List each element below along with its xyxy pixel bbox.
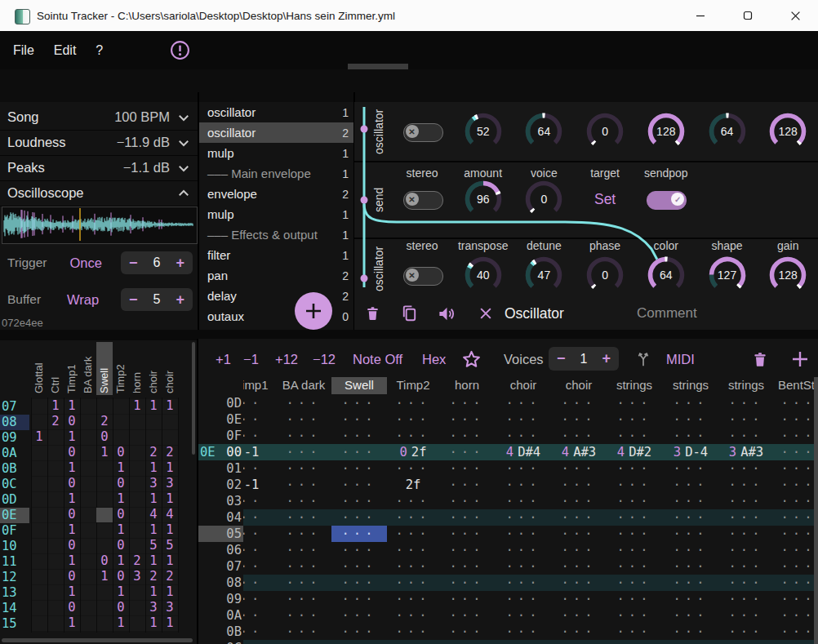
pattern-cell[interactable]: ···: [434, 542, 500, 558]
order-column-header-ba-dark[interactable]: BA dark: [82, 343, 95, 393]
trigger-mode-button[interactable]: Once: [70, 255, 102, 271]
pattern-cell[interactable]: ···: [434, 509, 500, 526]
unit-list-item-oscillator[interactable]: oscillator1: [199, 102, 353, 122]
unit-comment-field[interactable]: Comment: [637, 305, 697, 322]
order-cell[interactable]: 0: [64, 569, 80, 584]
pattern-voice-split-button[interactable]: [634, 349, 652, 370]
pattern-cell[interactable]: ···: [766, 624, 814, 640]
pattern-row-number[interactable]: 09: [219, 591, 242, 607]
track-header-timp1[interactable]: Timp1: [243, 378, 269, 392]
pattern-row-number[interactable]: 0C: [219, 640, 242, 644]
pattern-cell[interactable]: ···: [434, 640, 500, 644]
order-cell[interactable]: 1: [96, 445, 113, 460]
order-cell[interactable]: 1: [145, 491, 162, 506]
order-cell[interactable]: 0: [113, 538, 129, 553]
order-column-header-timp2[interactable]: Timp2: [114, 343, 127, 393]
order-horizontal-scrollbar[interactable]: [2, 638, 193, 642]
order-row-label[interactable]: 14: [2, 601, 28, 615]
order-row-label[interactable]: 07: [2, 399, 28, 414]
pattern-cell[interactable]: ···: [434, 411, 500, 428]
minimize-button[interactable]: [682, 0, 719, 31]
order-column-header-swell[interactable]: Swell: [98, 343, 111, 393]
order-cell[interactable]: 1: [145, 398, 162, 413]
pattern-row-number[interactable]: 02: [219, 477, 242, 493]
unit-list-item-effects-output[interactable]: ––– Effects & output1: [199, 224, 353, 245]
order-row-label[interactable]: 0D: [2, 492, 28, 507]
pattern-cell[interactable]: ···: [434, 607, 500, 624]
order-row-label[interactable]: 0F: [2, 523, 28, 538]
order-cell[interactable]: 0: [96, 429, 113, 444]
order-column-header-choir[interactable]: choir: [163, 343, 176, 393]
menu-file[interactable]: File: [3, 31, 44, 69]
order-cell[interactable]: 2: [96, 414, 113, 429]
pattern-cell[interactable]: ···: [766, 640, 814, 644]
order-cell[interactable]: 1: [113, 491, 129, 506]
order-cell[interactable]: 1: [162, 522, 178, 537]
order-cell[interactable]: 0: [113, 507, 129, 522]
pattern-cell[interactable]: ···: [434, 591, 500, 607]
stereo-toggle[interactable]: ✕: [403, 123, 443, 142]
unit-list-item-mulp[interactable]: mulp1: [199, 143, 353, 163]
pattern-cell[interactable]: ···: [602, 575, 667, 591]
pattern-cell[interactable]: ···: [602, 509, 667, 526]
order-cell[interactable]: 1: [64, 491, 80, 506]
track-header-horn[interactable]: horn: [455, 378, 479, 392]
pattern-cell[interactable]: ···: [766, 395, 814, 411]
unit-list-item-mulp[interactable]: mulp1: [199, 204, 353, 224]
order-cell[interactable]: 2: [145, 569, 162, 584]
order-cell[interactable]: 1: [145, 553, 162, 568]
add-track-button[interactable]: [790, 349, 810, 370]
order-cell[interactable]: 2: [129, 553, 145, 568]
order-cell[interactable]: 1: [47, 398, 64, 413]
pattern-cell[interactable]: ···: [602, 428, 667, 444]
order-cell[interactable]: 0: [113, 600, 129, 615]
order-cell[interactable]: 1: [162, 615, 178, 630]
order-cell[interactable]: 1: [145, 522, 162, 537]
order-row-label[interactable]: 13: [2, 585, 28, 600]
pattern-row-number[interactable]: 06: [219, 542, 242, 558]
order-cell[interactable]: 5: [145, 538, 162, 553]
order-row-label[interactable]: 0B: [2, 461, 28, 476]
pattern-cell[interactable]: ···: [602, 624, 667, 640]
order-cell[interactable]: 3: [162, 600, 178, 615]
pattern-row-number[interactable]: 0B: [219, 624, 242, 640]
buffer-mode-button[interactable]: Wrap: [67, 292, 99, 308]
midi-button[interactable]: MIDI: [666, 349, 695, 370]
order-row-label[interactable]: 11: [2, 554, 28, 569]
sendpop-toggle[interactable]: ✓: [647, 191, 687, 210]
order-cell[interactable]: 2: [145, 445, 162, 460]
pattern-cell[interactable]: ···: [766, 509, 814, 526]
order-cell[interactable]: 1: [31, 429, 47, 444]
order-cell[interactable]: 1: [162, 584, 178, 599]
order-cell[interactable]: 1: [113, 460, 129, 475]
order-cell[interactable]: 1: [113, 615, 129, 630]
order-cell[interactable]: 1: [113, 522, 129, 537]
order-cell[interactable]: 0: [64, 445, 80, 460]
pattern-cell[interactable]: ···: [434, 493, 500, 509]
pattern-cell[interactable]: ···: [766, 526, 814, 542]
track-header-choir[interactable]: choir: [566, 378, 593, 392]
track-header-strings[interactable]: strings: [673, 378, 709, 392]
loudness-row[interactable]: Loudness −11.9 dB: [0, 130, 198, 156]
order-cell[interactable]: 4: [162, 507, 178, 522]
pattern-cell[interactable]: ···: [434, 575, 500, 591]
track-header-swell[interactable]: Swell: [345, 378, 374, 392]
order-cell[interactable]: 0: [64, 414, 80, 429]
track-header-bentstr[interactable]: BentStr: [778, 378, 814, 392]
order-cell[interactable]: 1: [113, 553, 129, 568]
pattern-toolbar-−1-button[interactable]: −1: [243, 349, 259, 370]
order-cell[interactable]: 3: [162, 476, 178, 491]
order-cell[interactable]: 1: [145, 460, 162, 475]
track-header-strings[interactable]: strings: [616, 378, 652, 392]
pattern-cell[interactable]: ···: [766, 444, 814, 460]
unit-list-item-envelope[interactable]: envelope2: [199, 184, 353, 204]
order-row-label[interactable]: 09: [2, 430, 28, 445]
pattern-cell[interactable]: ···: [766, 607, 814, 624]
buffer-plus-button[interactable]: +: [167, 291, 193, 309]
pattern-toolbar-hex-button[interactable]: Hex: [422, 349, 446, 370]
pattern-row-number[interactable]: 0A: [219, 607, 242, 624]
pattern-toolbar-+12-button[interactable]: +12: [275, 349, 298, 370]
order-cell[interactable]: 1: [64, 398, 80, 413]
pattern-cell[interactable]: ···: [434, 460, 500, 477]
order-cell[interactable]: 0: [64, 476, 80, 491]
